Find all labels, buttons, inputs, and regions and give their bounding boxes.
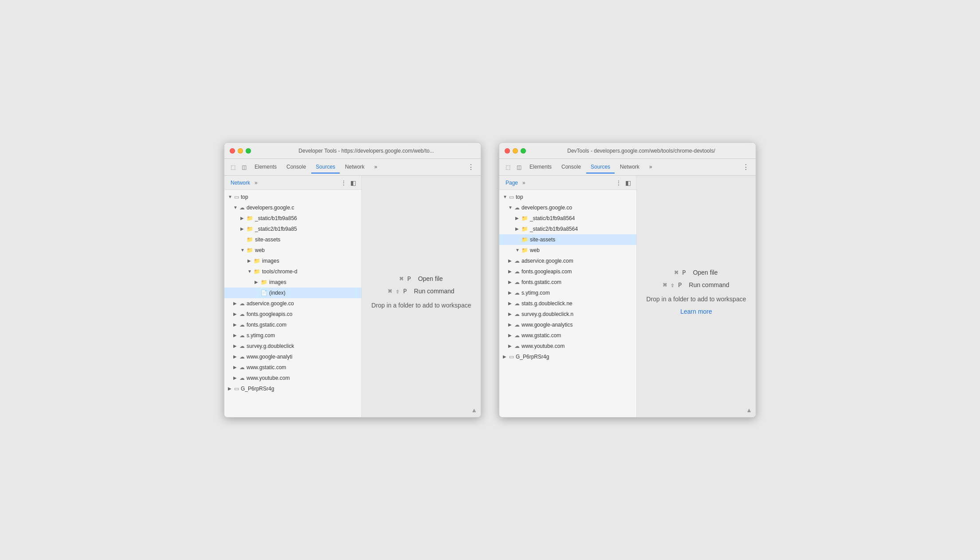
tree-item[interactable]: 📁 site-assets [224, 234, 361, 245]
panel-more-button[interactable]: » [253, 180, 259, 186]
square-icon: ▭ [234, 384, 239, 393]
main-content: Page » ⋮ ◧ ▼ ▭ top ▼ ☁ developers.google… [499, 176, 756, 417]
tree-item[interactable]: ▶ ☁ www.gstatic.com [499, 330, 636, 341]
cloud-icon: ☁ [239, 299, 245, 308]
tab-»[interactable]: » [645, 161, 657, 174]
square-icon: ▭ [509, 352, 514, 361]
panel-dots-button[interactable]: ⋮ [339, 178, 349, 187]
tree-item[interactable]: ▶ ☁ www.google-analyti [224, 351, 361, 362]
tree-item[interactable]: ▶ ☁ survey.g.doubleclick [224, 341, 361, 351]
tree-item[interactable]: ▶ ☁ fonts.gstatic.com [224, 319, 361, 330]
close-button[interactable] [230, 148, 235, 154]
devtools-layout-icon[interactable]: ◫ [514, 162, 524, 172]
tab-console[interactable]: Console [557, 161, 585, 174]
panel-action-button[interactable]: ◧ [623, 178, 633, 187]
tree-item[interactable]: ▶ ☁ fonts.gstatic.com [499, 277, 636, 288]
tab-elements[interactable]: Elements [250, 161, 281, 174]
tree-item[interactable]: ▶ 📁 images [224, 277, 361, 288]
tree-item[interactable]: ▶ 📁 _static/b1fb9a856 [224, 213, 361, 224]
minimize-button[interactable] [238, 148, 243, 154]
panel-toolbar: Page » ⋮ ◧ [499, 176, 636, 190]
tab-console[interactable]: Console [282, 161, 310, 174]
scroll-indicator[interactable]: ▲ [471, 406, 477, 414]
tab-menu-button[interactable]: ⋮ [740, 161, 752, 173]
tree-item[interactable]: ▶ ☁ www.gstatic.com [224, 362, 361, 373]
tree-item-label: web [255, 246, 265, 255]
tree-item[interactable]: ▼ ▭ top [499, 192, 636, 202]
maximize-button[interactable] [521, 148, 526, 154]
maximize-button[interactable] [246, 148, 251, 154]
tree-item-label: www.youtube.com [247, 374, 290, 383]
cloud-icon: ☁ [239, 320, 245, 329]
tree-item[interactable]: ▶ ☁ adservice.google.co [224, 298, 361, 309]
tree-item[interactable]: ▼ ☁ developers.google.co [499, 202, 636, 213]
tree-arrow: ▶ [233, 374, 238, 383]
tab-elements[interactable]: Elements [525, 161, 556, 174]
run-command-shortcut: ⌘ ⇧ P [388, 288, 407, 295]
tree-item[interactable]: ▼ ☁ developers.google.c [224, 202, 361, 213]
tree-item[interactable]: ▼ ▭ top [224, 192, 361, 202]
close-button[interactable] [505, 148, 510, 154]
tree-item[interactable]: ▶ ☁ s.ytimg.com [499, 288, 636, 298]
learn-more-link[interactable]: Learn more [680, 308, 712, 315]
tab-sources[interactable]: Sources [311, 161, 340, 174]
tree-arrow: ▶ [515, 214, 520, 223]
minimize-button[interactable] [513, 148, 518, 154]
tree-item[interactable]: ▼ 📁 web [499, 245, 636, 256]
tree-item[interactable]: ▶ ☁ fonts.googleapis.com [499, 266, 636, 277]
tree-item[interactable]: ▶ ☁ survey.g.doubleclick.n [499, 309, 636, 319]
tree-item[interactable]: 📁 site-assets [499, 234, 636, 245]
panel-dots-button[interactable]: ⋮ [614, 178, 623, 187]
tab-»[interactable]: » [370, 161, 382, 174]
window-title: Developer Tools - https://developers.goo… [257, 148, 475, 154]
devtools-arrow-icon[interactable]: ⬚ [503, 162, 513, 172]
tree-item[interactable]: ▶ ☁ stats.g.doubleclick.ne [499, 298, 636, 309]
tree-arrow: ▼ [515, 246, 520, 255]
devtools-layout-icon[interactable]: ◫ [239, 162, 249, 172]
panel-tab-label[interactable]: Network [228, 179, 253, 187]
tree-item[interactable]: ▶ ☁ www.google-analytics [499, 319, 636, 330]
tree-item[interactable]: ▶ ▭ G_P6rpRSr4g [499, 351, 636, 362]
tree-item-label: G_P6rpRSr4g [516, 352, 549, 361]
tree-item[interactable]: ▼ 📁 tools/chrome-d [224, 266, 361, 277]
square-icon: ▭ [509, 193, 514, 201]
run-command-row: ⌘ ⇧ P Run command [663, 281, 729, 288]
tab-network[interactable]: Network [341, 161, 369, 174]
tree-item[interactable]: ▶ ☁ www.youtube.com [224, 373, 361, 383]
drop-folder-label: Drop in a folder to add to workspace [647, 296, 746, 303]
folder-icon: 📁 [254, 256, 260, 265]
tree-arrow: ▶ [508, 310, 513, 319]
tab-network[interactable]: Network [615, 161, 644, 174]
tree-arrow: ▶ [503, 352, 507, 361]
cloud-icon: ☁ [239, 352, 245, 361]
tree-arrow: ▶ [508, 299, 513, 308]
tree-item[interactable]: ▶ 📁 images [224, 256, 361, 266]
tree-item[interactable]: ▶ ☁ s.ytimg.com [224, 330, 361, 341]
tree-item-label: site-assets [530, 235, 555, 244]
title-bar: Developer Tools - https://developers.goo… [224, 143, 481, 159]
tab-menu-button[interactable]: ⋮ [465, 161, 477, 173]
tree-item[interactable]: ▶ 📁 _static2/b1fb9a85 [224, 224, 361, 234]
tree-item[interactable]: ▼ 📁 web [224, 245, 361, 256]
open-file-row: ⌘ P Open file [400, 275, 443, 282]
panel-more-button[interactable]: » [521, 180, 527, 186]
tree-item[interactable]: ▶ 📁 _static2/b1fb9a8564 [499, 224, 636, 234]
tree-item[interactable]: 📄 (index) [224, 288, 361, 298]
cloud-icon: ☁ [239, 203, 245, 212]
tree-item[interactable]: ▶ ▭ G_P6rpRSr4g [224, 383, 361, 394]
folder-icon: 📁 [521, 214, 528, 223]
tree-arrow: ▶ [233, 310, 238, 319]
panel-tab-label[interactable]: Page [503, 179, 521, 187]
tree-item[interactable]: ▶ ☁ adservice.google.com [499, 256, 636, 266]
tree-item-label: adservice.google.com [521, 256, 573, 265]
tree-item[interactable]: ▶ ☁ fonts.googleapis.co [224, 309, 361, 319]
devtools-arrow-icon[interactable]: ⬚ [228, 162, 238, 172]
tab-sources[interactable]: Sources [586, 161, 615, 174]
panel-action-button[interactable]: ◧ [349, 178, 358, 187]
window-title: DevTools - developers.google.com/web/too… [532, 148, 750, 154]
scroll-indicator[interactable]: ▲ [746, 406, 752, 414]
tree-item[interactable]: ▶ 📁 _static/b1fb9a8564 [499, 213, 636, 224]
traffic-lights [505, 148, 526, 154]
tree-item[interactable]: ▶ ☁ www.youtube.com [499, 341, 636, 351]
tree-arrow: ▶ [508, 256, 513, 265]
